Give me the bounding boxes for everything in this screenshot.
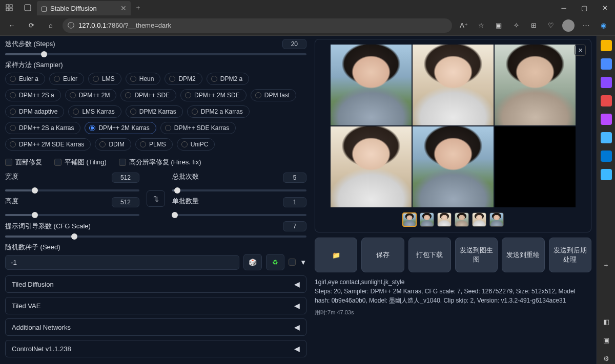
heart-icon[interactable]: ♡ — [543, 18, 559, 33]
browser-tab[interactable]: ▢ Stable Diffusion ✕ — [37, 1, 131, 15]
close-window-icon[interactable]: ✕ — [594, 0, 615, 15]
svg-rect-0 — [6, 5, 9, 7]
read-aloud-icon[interactable]: A⁺ — [456, 18, 471, 33]
svg-rect-2 — [6, 8, 9, 11]
page-icon: ▢ — [41, 5, 47, 12]
minimize-icon[interactable]: ─ — [554, 0, 574, 15]
browser-titlebar: ▢ Stable Diffusion ✕ ＋ ─ ▢ ✕ — [0, 0, 615, 15]
maximize-icon[interactable]: ▢ — [574, 0, 594, 15]
svg-rect-3 — [10, 8, 12, 11]
collections-icon[interactable]: ⊞ — [526, 18, 541, 33]
url-path: :7860/?__theme=dark — [106, 22, 171, 29]
profile-avatar[interactable] — [561, 18, 576, 33]
back-icon[interactable]: ← — [4, 18, 19, 33]
bing-icon[interactable]: ◉ — [596, 18, 611, 33]
star-icon[interactable]: ☆ — [474, 18, 489, 33]
info-icon: ⓘ — [68, 21, 74, 30]
reading-list-icon[interactable]: ▣ — [491, 18, 506, 33]
svg-rect-1 — [10, 5, 12, 7]
home-icon[interactable]: ⌂ — [43, 18, 58, 33]
more-icon[interactable]: ⋯ — [578, 18, 593, 33]
workspaces-icon[interactable] — [0, 4, 18, 11]
tab-actions-icon[interactable] — [18, 4, 37, 11]
favorites-icon[interactable]: ✧ — [508, 18, 524, 33]
refresh-icon[interactable]: ⟳ — [24, 18, 39, 33]
close-tab-icon[interactable]: ✕ — [120, 4, 127, 12]
new-tab-button[interactable]: ＋ — [131, 3, 146, 12]
svg-rect-4 — [25, 5, 31, 11]
address-bar[interactable]: ⓘ 127.0.0.1:7860/?__theme=dark — [63, 18, 452, 33]
tab-title: Stable Diffusion — [50, 5, 97, 12]
browser-toolbar: ← ⟳ ⌂ ⓘ 127.0.0.1:7860/?__theme=dark A⁺ … — [0, 15, 615, 36]
url-host: 127.0.0.1 — [78, 22, 106, 29]
